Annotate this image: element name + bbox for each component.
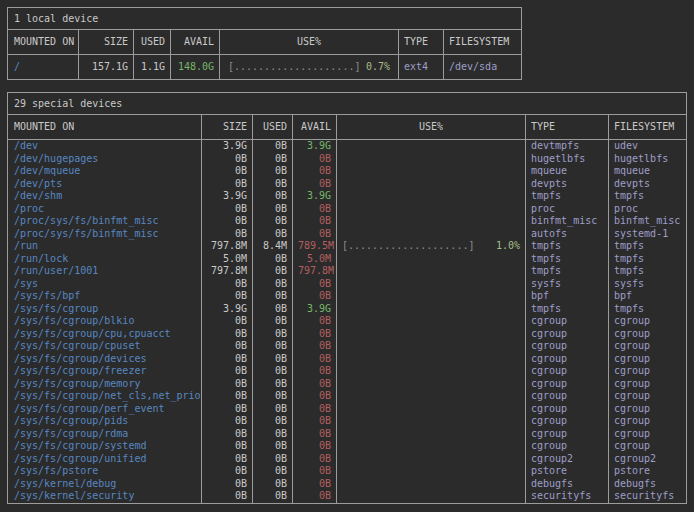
avail-cell: 0B (293, 278, 337, 291)
used-cell: 8.4M (253, 240, 293, 253)
type-cell: cgroup (526, 340, 609, 353)
filesystem-cell: cgroup (609, 378, 686, 391)
usage-cell (337, 228, 526, 241)
table-row: /sys/fs/cgroup3.9G0B3.9Gtmpfstmpfs (8, 303, 686, 316)
mount-point-cell: /dev/mqueue (8, 165, 202, 178)
mount-point-cell: /dev/shm (8, 190, 202, 203)
avail-cell: 0B (293, 453, 337, 466)
table-row: /sys/fs/cgroup/cpuset0B0B0Bcgroupcgroup (8, 340, 686, 353)
usage-cell (337, 428, 526, 441)
table-row: /sys/fs/cgroup/cpu,cpuacct0B0B0Bcgroupcg… (8, 328, 686, 341)
usage-bar: [....................] (342, 240, 474, 253)
avail-cell: 0B (293, 378, 337, 391)
used-cell: 0B (253, 140, 293, 153)
filesystem-cell: tmpfs (609, 190, 686, 203)
usage-cell (337, 378, 526, 391)
size-cell: 0B (202, 403, 253, 416)
filesystem-cell: /dev/sda (444, 55, 521, 79)
usage-cell (337, 365, 526, 378)
filesystem-cell: binfmt_misc (609, 215, 686, 228)
type-cell: hugetlbfs (526, 153, 609, 166)
avail-cell: 789.5M (293, 240, 337, 253)
filesystem-cell: tmpfs (609, 303, 686, 316)
usage-percent: 0.7% (366, 55, 390, 79)
column-header-avail: AVAIL (293, 115, 337, 139)
avail-cell: 0B (293, 203, 337, 216)
type-cell: bpf (526, 290, 609, 303)
avail-cell: 0B (293, 215, 337, 228)
used-cell: 0B (253, 228, 293, 241)
size-cell: 0B (202, 203, 253, 216)
size-cell: 0B (202, 228, 253, 241)
table-row: /sys/kernel/security0B0B0Bsecurityfssecu… (8, 490, 686, 503)
usage-cell (337, 353, 526, 366)
used-cell: 0B (253, 353, 293, 366)
header-row: MOUNTED ONSIZEUSEDAVAILUSE%TYPEFILESYSTE… (8, 30, 521, 55)
table-row: /run/lock5.0M0B5.0Mtmpfstmpfs (8, 253, 686, 266)
mount-point-cell: /sys/kernel/debug (8, 478, 202, 491)
size-cell: 0B (202, 465, 253, 478)
used-cell: 0B (253, 190, 293, 203)
usage-cell (337, 165, 526, 178)
usage-cell: [....................]1.0% (337, 240, 526, 253)
used-cell: 0B (253, 478, 293, 491)
size-cell: 0B (202, 353, 253, 366)
column-header-type: TYPE (526, 115, 609, 139)
table-row: /dev3.9G0B3.9Gdevtmpfsudev (8, 140, 686, 153)
mount-point-cell: /sys/fs/cgroup (8, 303, 202, 316)
filesystem-cell: cgroup (609, 328, 686, 341)
usage-cell (337, 203, 526, 216)
mount-point-cell: /sys/fs/cgroup/rdma (8, 428, 202, 441)
type-cell: cgroup (526, 428, 609, 441)
table-row: /dev/hugepages0B0B0Bhugetlbfshugetlbfs (8, 153, 686, 166)
usage-cell (337, 190, 526, 203)
table-row: /sys/kernel/debug0B0B0Bdebugfsdebugfs (8, 478, 686, 491)
filesystem-cell: cgroup (609, 353, 686, 366)
mount-point-cell: /dev/pts (8, 178, 202, 191)
filesystem-cell: cgroup (609, 428, 686, 441)
avail-cell: 148.0G (171, 55, 220, 79)
avail-cell: 0B (293, 415, 337, 428)
used-cell: 0B (253, 253, 293, 266)
size-cell: 0B (202, 153, 253, 166)
size-cell: 0B (202, 340, 253, 353)
usage-cell: [....................]0.7% (220, 55, 399, 79)
used-cell: 0B (253, 428, 293, 441)
terminal-output: 1 local deviceMOUNTED ONSIZEUSEDAVAILUSE… (7, 7, 687, 504)
size-cell: 0B (202, 328, 253, 341)
type-cell: tmpfs (526, 265, 609, 278)
used-cell: 0B (253, 403, 293, 416)
table-row: /sys/fs/bpf0B0B0Bbpfbpf (8, 290, 686, 303)
size-cell: 0B (202, 365, 253, 378)
usage-cell (337, 453, 526, 466)
filesystem-cell: bpf (609, 290, 686, 303)
type-cell: tmpfs (526, 240, 609, 253)
mount-point-cell: /sys/fs/cgroup/blkio (8, 315, 202, 328)
usage-cell (337, 140, 526, 153)
type-cell: cgroup (526, 390, 609, 403)
usage-cell (337, 153, 526, 166)
usage-cell (337, 328, 526, 341)
type-cell: cgroup (526, 365, 609, 378)
used-cell: 0B (253, 465, 293, 478)
mount-point-cell: /proc/sys/fs/binfmt_misc (8, 215, 202, 228)
filesystem-cell: proc (609, 203, 686, 216)
used-cell: 0B (253, 453, 293, 466)
size-cell: 3.9G (202, 190, 253, 203)
filesystem-cell: cgroup (609, 315, 686, 328)
table-row: /sys/fs/cgroup/pids0B0B0Bcgroupcgroup (8, 415, 686, 428)
avail-cell: 0B (293, 428, 337, 441)
mount-point-cell: /dev/hugepages (8, 153, 202, 166)
filesystem-cell: tmpfs (609, 253, 686, 266)
table-row: /proc/sys/fs/binfmt_misc0B0B0Bbinfmt_mis… (8, 215, 686, 228)
type-cell: cgroup (526, 415, 609, 428)
size-cell: 0B (202, 453, 253, 466)
usage-cell (337, 178, 526, 191)
used-cell: 0B (253, 378, 293, 391)
table-title: 29 special devices (8, 93, 686, 115)
mount-point-cell: /sys/fs/cgroup/devices (8, 353, 202, 366)
table-row: /157.1G1.1G148.0G[....................]0… (8, 55, 521, 79)
table-row: /sys/fs/cgroup/systemd0B0B0Bcgroupcgroup (8, 440, 686, 453)
usage-cell (337, 253, 526, 266)
local-devices-table: 1 local deviceMOUNTED ONSIZEUSEDAVAILUSE… (7, 7, 522, 80)
